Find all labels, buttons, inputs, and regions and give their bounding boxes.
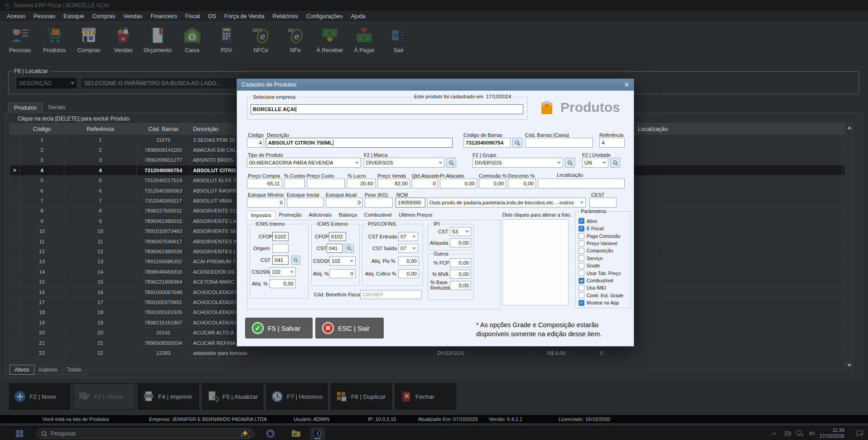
icms-int-origem-input[interactable]	[272, 244, 289, 253]
icms-int-cfop-input[interactable]: 5102	[272, 232, 289, 241]
taskbar-explorer-button[interactable]	[288, 426, 304, 440]
filter-tab[interactable]: Inativos	[34, 365, 63, 375]
toolbar-produtos-button[interactable]: Produtos	[37, 25, 72, 53]
icms-int-aliq-input[interactable]: 0,00	[270, 279, 296, 288]
preco-compra-input[interactable]: 65,11	[247, 179, 282, 189]
menu-item[interactable]: Força de Venda	[220, 12, 268, 21]
perc-custos-input[interactable]	[284, 179, 305, 189]
grupo-select[interactable]: DIVERSOS	[473, 158, 563, 168]
ipi-cst-select[interactable]: 53	[450, 227, 471, 236]
menu-item[interactable]: OS	[204, 12, 220, 21]
vertical-scrollbar[interactable]	[845, 123, 853, 370]
toolbar-nfe-button[interactable]: NFe NFe	[278, 25, 313, 53]
icms-int-cst-input[interactable]: 041	[272, 256, 289, 265]
filter-tab[interactable]: Ativos	[10, 365, 34, 375]
toolbar-vendas-button[interactable]: Vendas	[106, 25, 140, 53]
taskbar-copilot-button[interactable]	[263, 426, 278, 440]
mva-input[interactable]: 0,00	[450, 270, 471, 279]
parametro-checkbox[interactable]: ✓ Grade	[579, 263, 629, 269]
dialog-close-icon[interactable]: ✕	[624, 81, 629, 88]
tipo-produto-select[interactable]: 00-MERCADORIA PARA REVENDA	[247, 158, 361, 168]
estoque-inicial-input[interactable]	[287, 198, 324, 208]
codigo-input[interactable]: 4	[247, 138, 264, 148]
cst-entrada-select[interactable]: 07	[398, 232, 418, 241]
qtd-atacado-input[interactable]: 0	[412, 179, 438, 189]
base-reduzida-input[interactable]: 0,00	[450, 281, 471, 290]
table-row[interactable]: > 22 22 12283 adaptador para tomada DIVE…	[10, 348, 853, 358]
col-header-barras[interactable]: Cód. Barras	[137, 123, 190, 135]
parametro-checkbox[interactable]: ✓ Paga Comissão	[579, 233, 629, 239]
menu-item[interactable]: Configurações	[302, 12, 347, 21]
fcp-input[interactable]: 0,00	[450, 258, 471, 267]
notification-center-button[interactable]	[854, 426, 865, 440]
parametro-checkbox[interactable]: ✓ É Fiscal	[579, 226, 629, 232]
duplicar-button[interactable]: F8 | Duplicar	[331, 383, 392, 410]
toolbar-nfce-button[interactable]: NFCe NFCe	[244, 25, 278, 53]
aliq-cofins-input[interactable]: 0,00	[398, 269, 419, 278]
unidade-select[interactable]: UN	[582, 158, 608, 168]
estoque-minimo-input[interactable]: 0	[247, 198, 285, 208]
toolbar-compras-button[interactable]: Compras	[72, 25, 106, 53]
localizacao-input[interactable]	[538, 179, 625, 189]
tray-speaker-icon[interactable]	[806, 426, 818, 440]
toolbar-orcamento-button[interactable]: Orçamento	[140, 25, 175, 53]
col-header-codigo[interactable]: Código	[20, 123, 64, 135]
toolbar-receber-button[interactable]: Á Receber	[313, 25, 347, 53]
ipi-aliquota-input[interactable]: 0,00	[450, 238, 471, 247]
parametro-checkbox[interactable]: ✓ Ativo	[579, 218, 629, 224]
col-header-localizacao[interactable]: Localização	[634, 123, 843, 135]
list-tab[interactable]: Produtos	[8, 102, 43, 113]
ncm-input[interactable]: 19059090	[395, 198, 425, 208]
icms-int-csosn-select[interactable]: 102	[270, 267, 296, 276]
menu-item[interactable]: Fiscal	[181, 12, 204, 21]
salvar-button[interactable]: ✓ F5 | Salvar	[245, 318, 313, 338]
preco-venda-input[interactable]: 82,00	[377, 179, 410, 189]
dialog-tab[interactable]: Ultimos Preços	[395, 211, 436, 220]
esc-sair-button[interactable]: ✕ ESC | Sair	[315, 318, 384, 338]
menu-item[interactable]: Financeiro	[146, 12, 181, 21]
barras-caixa-input[interactable]	[525, 138, 593, 148]
parametro-checkbox[interactable]: ✓ Usar Tab. Preço	[579, 270, 629, 276]
cst-saida-select[interactable]: 07	[398, 244, 418, 253]
icms-ext-aliq-input[interactable]: 0	[329, 269, 356, 278]
menu-item[interactable]: Ajuda	[347, 12, 370, 21]
menu-item[interactable]: Compras	[88, 12, 120, 21]
dialog-tab[interactable]: Promoção	[275, 211, 305, 220]
parametro-checkbox[interactable]: ✓ Mostrar no App	[579, 300, 629, 306]
icms-int-cst-search-button[interactable]	[291, 256, 300, 265]
taskbar-search[interactable]: Pesquisar	[36, 428, 255, 439]
referencia-input[interactable]: 4	[599, 138, 625, 148]
parametro-checkbox[interactable]: ✓ Usa IMEI	[579, 285, 629, 291]
barras-search-button[interactable]	[512, 138, 522, 148]
estoque-atual-input[interactable]: 0	[326, 198, 363, 208]
pr-atacado-input[interactable]: 0,00	[440, 179, 477, 189]
dialog-tab[interactable]: Impostos	[247, 211, 275, 220]
parametro-checkbox[interactable]: ✓ Preço Variavel	[579, 241, 629, 247]
scroll-down-icon[interactable]	[847, 364, 852, 367]
menu-item[interactable]: Acesso	[3, 12, 29, 21]
search-field-selector[interactable]: DESCRIÇÃO	[16, 77, 77, 89]
codigo-barras-input[interactable]: 7312040090754	[463, 138, 511, 148]
imprimir-button[interactable]: F4 | Imprimir	[138, 383, 199, 410]
empresa-input[interactable]: BORCELLE AÇAI	[251, 104, 523, 114]
beneficio-input[interactable]: CBENEF	[360, 290, 422, 299]
toolbar-pessoas-button[interactable]: Pessoas	[3, 25, 37, 53]
descricao-input[interactable]: ABSOLUT CITRON 750ML	[266, 138, 453, 148]
list-tab[interactable]: Serials	[43, 102, 71, 113]
desconto-input[interactable]: 0,00	[508, 179, 536, 189]
toolbar-caixa-button[interactable]: $ Caixa	[175, 25, 209, 53]
toolbar-sair-button[interactable]: Sair	[381, 25, 416, 53]
toolbar-pagar-button[interactable]: Á Pagar	[347, 25, 381, 53]
tray-network-icon[interactable]	[794, 426, 805, 440]
dialog-tab[interactable]: Combustivel	[361, 211, 395, 220]
tray-camera-icon[interactable]	[782, 426, 793, 440]
icms-ext-cst-input[interactable]: 041	[327, 244, 343, 253]
menu-item[interactable]: Pessoas	[29, 12, 59, 21]
product-photo-box[interactable]	[502, 219, 569, 305]
novo-button[interactable]: F2 | Novo	[9, 383, 70, 410]
atualizar-button[interactable]: F5 | Atualizar	[202, 383, 263, 410]
menu-item[interactable]: Estoque	[59, 12, 88, 21]
col-header-referencia[interactable]: Referência	[64, 123, 137, 135]
parametro-checkbox[interactable]: ✓ Serviço	[579, 255, 629, 261]
comissao-input[interactable]: 0,00	[479, 179, 506, 189]
